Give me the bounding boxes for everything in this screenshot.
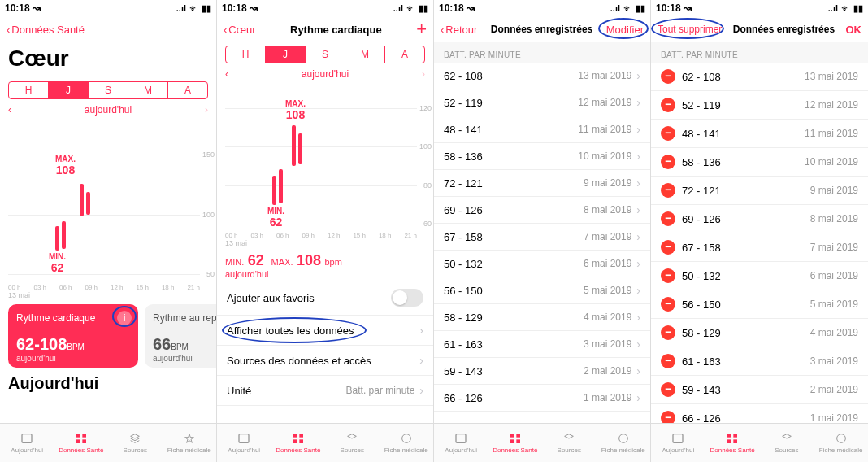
svg-rect-14 xyxy=(510,439,514,443)
delete-row-button[interactable]: − xyxy=(661,354,675,368)
today-header: Aujourd'hui xyxy=(0,368,216,393)
tab-medical-id[interactable]: Fiche médicale xyxy=(163,424,217,462)
data-row[interactable]: 58 - 13610 mai 2019 › xyxy=(434,143,650,170)
data-row[interactable]: 48 - 14111 mai 2019 › xyxy=(434,116,650,143)
data-row[interactable]: −58 - 13610 mai 2019 xyxy=(651,148,868,177)
data-row[interactable]: −58 - 1294 mai 2019 xyxy=(651,319,868,347)
seg-m[interactable]: M xyxy=(345,46,385,63)
data-row[interactable]: 52 - 11912 mai 2019 › xyxy=(434,89,650,116)
info-icon[interactable]: i xyxy=(117,311,132,325)
favorite-toggle[interactable] xyxy=(391,289,423,307)
heart-rate-card[interactable]: Rythme cardiaque i 62-108BPM aujourd'hui xyxy=(8,304,138,368)
svg-rect-21 xyxy=(733,439,737,443)
tab-sources[interactable]: Sources xyxy=(108,424,163,462)
row-data-sources[interactable]: Sources des données et accès › xyxy=(217,346,433,376)
delete-all-button[interactable]: Tout supprimer xyxy=(658,24,722,35)
card-title: Rythme au repo xyxy=(153,312,216,324)
data-list-edit[interactable]: −62 - 10813 mai 2019−52 - 11912 mai 2019… xyxy=(651,63,868,462)
tab-medical-id[interactable]: Fiche médicale xyxy=(380,424,434,462)
tab-sources[interactable]: Sources xyxy=(760,424,814,462)
delete-row-button[interactable]: − xyxy=(661,382,675,397)
data-row[interactable]: 72 - 1219 mai 2019 › xyxy=(434,170,650,197)
delete-row-button[interactable]: − xyxy=(661,268,675,283)
delete-row-button[interactable]: − xyxy=(661,297,675,312)
delete-row-button[interactable]: − xyxy=(661,211,675,226)
delete-row-button[interactable]: − xyxy=(661,183,675,198)
delete-row-button[interactable]: − xyxy=(661,98,675,112)
svg-rect-13 xyxy=(516,434,520,438)
data-row[interactable]: −50 - 1326 mai 2019 xyxy=(651,262,868,290)
data-row[interactable]: 56 - 1505 mai 2019 › xyxy=(434,277,650,304)
add-button[interactable]: + xyxy=(416,19,427,40)
data-list[interactable]: 62 - 10813 mai 2019 ›52 - 11912 mai 2019… xyxy=(434,63,650,462)
tab-health-data[interactable]: Données Santé xyxy=(54,424,109,462)
status-bar: 10:18 ↝ ..ılᯤ▮▮ xyxy=(217,0,433,16)
tab-sources[interactable]: Sources xyxy=(325,424,380,462)
delete-row-button[interactable]: − xyxy=(661,155,675,169)
card-date: aujourd'hui xyxy=(153,354,216,363)
back-button[interactable]: ‹Cœur xyxy=(224,24,256,36)
seg-m[interactable]: M xyxy=(128,82,168,98)
ok-button[interactable]: OK xyxy=(846,24,862,36)
row-show-all-data[interactable]: Afficher toutes les données › xyxy=(217,316,433,346)
nav-bar: Tout supprimer Données enregistrées OK xyxy=(651,16,868,42)
data-row[interactable]: −69 - 1268 mai 2019 xyxy=(651,205,868,233)
chevron-right-icon: › xyxy=(636,150,640,163)
time-range-segment[interactable]: H J S M A xyxy=(8,81,208,99)
back-button[interactable]: ‹Retour xyxy=(441,24,477,36)
tab-medical-id[interactable]: Fiche médicale xyxy=(597,424,651,462)
chart-date-label: 13 mai xyxy=(8,291,216,299)
data-row[interactable]: 62 - 10813 mai 2019 › xyxy=(434,63,650,89)
tab-today[interactable]: Aujourd'hui xyxy=(651,424,705,462)
data-row[interactable]: −72 - 1219 mai 2019 xyxy=(651,177,868,205)
data-row[interactable]: 66 - 1261 mai 2019 › xyxy=(434,385,650,412)
row-add-favorite[interactable]: Ajouter aux favoris xyxy=(217,281,433,316)
seg-a[interactable]: A xyxy=(168,82,207,98)
seg-a[interactable]: A xyxy=(385,46,424,63)
seg-s[interactable]: S xyxy=(306,46,345,63)
tab-today[interactable]: Aujourd'hui xyxy=(434,424,488,462)
chevron-right-icon: › xyxy=(636,364,640,377)
data-row[interactable]: 67 - 1587 mai 2019 › xyxy=(434,224,650,251)
chevron-left-icon: ‹ xyxy=(7,24,10,36)
data-row[interactable]: −48 - 14111 mai 2019 xyxy=(651,120,868,148)
back-button[interactable]: ‹Données Santé xyxy=(7,24,85,36)
tab-medical-id[interactable]: Fiche médicale xyxy=(814,424,868,462)
tab-today[interactable]: Aujourd'hui xyxy=(0,424,54,462)
data-row[interactable]: −61 - 1633 mai 2019 xyxy=(651,347,868,376)
delete-row-button[interactable]: − xyxy=(661,126,675,141)
seg-h[interactable]: H xyxy=(226,46,266,63)
data-row[interactable]: −67 - 1587 mai 2019 xyxy=(651,233,868,262)
data-row[interactable]: −62 - 10813 mai 2019 xyxy=(651,63,868,91)
data-row[interactable]: 61 - 1633 mai 2019 › xyxy=(434,331,650,358)
next-day-button[interactable]: › xyxy=(422,68,425,80)
tab-bar: Aujourd'hui Données Santé Sources Fiche … xyxy=(651,423,868,462)
tab-sources[interactable]: Sources xyxy=(542,424,597,462)
chevron-right-icon: › xyxy=(636,257,640,270)
delete-row-button[interactable]: − xyxy=(661,240,675,255)
screen-heart-rate-detail: 10:18 ↝ ..ılᯤ▮▮ ‹Cœur Rythme cardiaque +… xyxy=(217,0,434,462)
tab-health-data-icon[interactable]: Données Santé xyxy=(705,424,760,462)
resting-hr-card[interactable]: Rythme au repo 66BPM aujourd'hui xyxy=(145,304,216,368)
row-unit[interactable]: Unité Batt. par minute› xyxy=(217,376,433,406)
data-row[interactable]: −59 - 1432 mai 2019 xyxy=(651,376,868,404)
seg-j[interactable]: J xyxy=(49,82,89,98)
seg-h[interactable]: H xyxy=(9,82,49,98)
edit-button[interactable]: Modifier xyxy=(606,24,644,36)
data-row[interactable]: 59 - 1432 mai 2019 › xyxy=(434,358,650,385)
seg-j[interactable]: J xyxy=(266,46,306,63)
data-row[interactable]: 50 - 1326 mai 2019 › xyxy=(434,251,650,277)
seg-s[interactable]: S xyxy=(89,82,128,98)
time-range-segment[interactable]: H J S M A xyxy=(225,46,425,63)
data-row[interactable]: 69 - 1268 mai 2019 › xyxy=(434,197,650,224)
data-row[interactable]: −52 - 11912 mai 2019 xyxy=(651,91,868,120)
tab-health-data[interactable]: Données Santé xyxy=(488,424,543,462)
section-header: Batt. par minute xyxy=(434,42,650,63)
delete-row-button[interactable]: − xyxy=(661,325,675,340)
data-row[interactable]: −56 - 1505 mai 2019 xyxy=(651,290,868,319)
tab-today[interactable]: Aujourd'hui xyxy=(217,424,271,462)
delete-row-button[interactable]: − xyxy=(661,69,675,84)
next-day-button[interactable]: › xyxy=(205,104,208,116)
tab-health-data[interactable]: Données Santé xyxy=(271,424,326,462)
data-row[interactable]: 58 - 1294 mai 2019 › xyxy=(434,304,650,331)
